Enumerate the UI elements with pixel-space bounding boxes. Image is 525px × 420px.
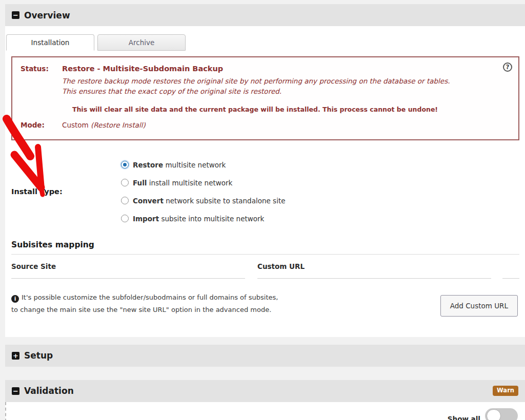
option-text: network subsite to standalone site: [164, 197, 286, 205]
collapse-minus-icon: −: [12, 387, 19, 395]
column-header-source-site: Source Site: [11, 262, 245, 279]
overview-title: Overview: [24, 10, 70, 20]
status-warning-text: This will clear all site data and the cu…: [12, 106, 498, 113]
tab-installation[interactable]: Installation: [6, 34, 94, 51]
option-text: multisite network: [163, 161, 226, 169]
radio-option-restore[interactable]: Restore multisite network: [121, 161, 286, 169]
validation-accordion-header[interactable]: − Validation Warn: [5, 380, 525, 402]
add-custom-url-button[interactable]: Add Custom URL: [440, 295, 518, 317]
validation-title: Validation: [24, 386, 74, 396]
mode-label: Mode:: [12, 121, 62, 129]
show-all-label: Show all: [448, 415, 480, 420]
tab-bar: Installation Archive: [5, 26, 525, 51]
install-type-label: Install Type:: [5, 187, 121, 196]
setup-accordion-header[interactable]: + Setup: [5, 345, 525, 367]
overview-section: − Overview Installation Archive ? Status…: [5, 4, 525, 337]
validation-content: Show all: [5, 402, 525, 420]
option-keyword: Restore: [133, 161, 163, 169]
status-notice-box: ? Status: Restore - Multisite-Subdomain …: [11, 56, 519, 140]
radio-unselected-icon[interactable]: [121, 197, 129, 204]
radio-selected-icon[interactable]: [121, 161, 129, 169]
column-header-actions: [502, 262, 519, 279]
install-type-row: Install Type: Restore multisite network …: [5, 161, 525, 223]
setup-section: + Setup: [5, 345, 525, 367]
help-icon[interactable]: ?: [503, 62, 512, 72]
option-keyword: Import: [133, 215, 159, 223]
radio-option-import[interactable]: Import subsite into multisite network: [121, 215, 286, 223]
radio-option-convert[interactable]: Convert network subsite to standalone si…: [121, 197, 286, 205]
mapping-note: iIt's possible customize the subfolder/s…: [11, 291, 278, 316]
note-line: to change the main site use the "new sit…: [11, 306, 271, 313]
status-value: Restore - Multisite-Subdomain Backup The…: [62, 65, 450, 97]
collapse-minus-icon: −: [12, 11, 19, 19]
install-type-options: Restore multisite network Full install m…: [121, 161, 286, 223]
status-title: Restore - Multisite-Subdomain Backup: [62, 65, 450, 73]
radio-unselected-icon[interactable]: [121, 215, 129, 222]
status-label: Status:: [12, 65, 62, 97]
mapping-note-row: iIt's possible customize the subfolder/s…: [11, 291, 518, 317]
overview-accordion-header[interactable]: − Overview: [5, 4, 525, 26]
installer-page: − Overview Installation Archive ? Status…: [5, 4, 525, 420]
subsites-mapping-heading: Subisites mapping: [11, 240, 519, 255]
option-text: install multisite network: [147, 179, 232, 187]
mode-value-text: Custom: [62, 121, 89, 129]
radio-option-full[interactable]: Full install multisite network: [121, 179, 286, 187]
note-line: It's possible customize the subfolder/su…: [22, 293, 278, 301]
mode-value: Custom (Restore Install): [62, 121, 146, 129]
column-header-custom-url: Custom URL: [257, 262, 491, 279]
validation-section: − Validation Warn Show all: [5, 380, 525, 420]
mode-value-note: (Restore Install): [91, 121, 146, 129]
toggle-knob[interactable]: [487, 409, 501, 420]
setup-title: Setup: [24, 350, 53, 361]
option-text: subsite into multisite network: [159, 215, 264, 223]
show-all-toggle[interactable]: [485, 408, 518, 420]
info-icon: i: [11, 295, 19, 303]
expand-plus-icon: +: [12, 352, 19, 360]
status-description-line: The restore backup mode restores the ori…: [62, 76, 450, 86]
radio-unselected-icon[interactable]: [121, 179, 129, 186]
option-keyword: Convert: [133, 197, 164, 205]
warn-status-badge: Warn: [493, 386, 518, 396]
status-description-line: This ensures that the exact copy of the …: [62, 86, 450, 96]
option-keyword: Full: [133, 179, 147, 187]
mapping-table-header: Source Site Custom URL: [11, 262, 519, 279]
tab-archive[interactable]: Archive: [97, 34, 186, 51]
